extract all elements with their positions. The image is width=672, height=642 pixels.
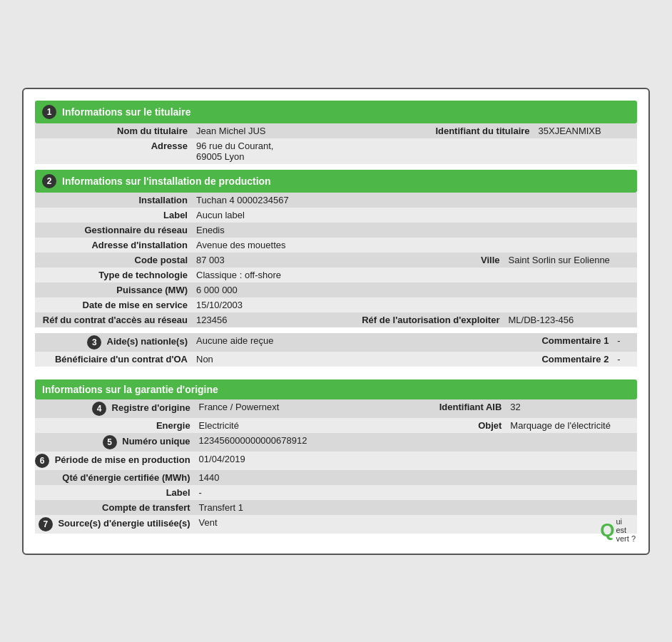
value-beneficiaire: Non	[192, 352, 456, 367]
label-ref-contrat: Réf du contrat d'accès au réseau	[35, 312, 192, 327]
label-numero-unique-text: Numéro unique	[122, 436, 190, 447]
section-garantie-header: Informations sur la garantie d'origine	[35, 379, 637, 399]
table-row: Qté d'énergie certifiée (MWh) 1440	[35, 470, 637, 485]
logo-line3: vert ?	[616, 534, 636, 543]
label-adresse: Adresse	[35, 138, 192, 164]
table-row: Compte de transfert Transfert 1	[35, 500, 637, 515]
logo-area: Q ui est vert ?	[600, 517, 636, 543]
label-adresse-install: Adresse d'installation	[35, 238, 192, 253]
value-identifiant-titulaire: 35XJEANMIXB	[534, 123, 637, 138]
label-code-postal: Code postal	[35, 253, 192, 268]
bullet-7: 7	[39, 517, 53, 531]
label-label: Label	[35, 208, 192, 223]
label-type-technologie: Type de technologie	[35, 268, 192, 282]
value-puissance: 6 000 000	[192, 282, 347, 297]
label-energie: Energie	[35, 418, 195, 433]
section-installation-title: Informations sur l'installation de produ…	[62, 175, 271, 187]
value-label2: -	[195, 485, 350, 500]
titulaire-table: Nom du titulaire Jean Michel JUS Identif…	[35, 123, 637, 164]
label-periode: 6 Période de mise en production	[35, 452, 195, 470]
table-row: Gestionnaire du réseau Enedis	[35, 223, 637, 238]
value-date-mise-service: 15/10/2003	[192, 297, 347, 312]
label-commentaire2: Commentaire 2	[456, 352, 613, 367]
value-label: Aucun label	[192, 208, 347, 223]
label-beneficiaire: Bénéficiaire d'un contrat d'OA	[35, 352, 192, 367]
label-label2: Label	[35, 485, 195, 500]
table-row: Energie Electricité Objet Marquage de l'…	[35, 418, 637, 433]
value-gestionnaire: Enedis	[192, 223, 347, 238]
section-installation-header: 2 Informations sur l'installation de pro…	[35, 170, 637, 193]
value-adresse-install: Avenue des mouettes	[192, 238, 347, 253]
garantie-table: 4 Registre d'origine France / Powernext …	[35, 399, 637, 534]
value-code-postal: 87 003	[192, 253, 347, 268]
table-row: 4 Registre d'origine France / Powernext …	[35, 399, 637, 418]
label-objet: Objet	[349, 418, 506, 433]
installation-table: Installation Tuchan 4 0000234567 Label A…	[35, 193, 637, 327]
label-date-mise-service: Date de mise en service	[35, 297, 192, 312]
label-ville: Ville	[347, 253, 504, 268]
value-type-technologie: Classique : off-shore	[192, 268, 347, 282]
label-registre-text: Registre d'origine	[112, 402, 190, 413]
value-source-energie: Vent	[195, 515, 350, 534]
label-aides-text: Aide(s) nationle(s)	[107, 336, 188, 347]
value-ref-autorisation: ML/DB-123-456	[504, 312, 637, 327]
value-commentaire2: -	[613, 352, 637, 367]
section-garantie: Informations sur la garantie d'origine 4…	[35, 379, 637, 534]
value-energie: Electricité	[195, 418, 350, 433]
value-registre: France / Powernext	[195, 399, 350, 418]
label-identifiant-aib: Identifiant AIB	[349, 399, 506, 418]
label-aides: 3 Aide(s) nationle(s)	[35, 333, 192, 352]
section-titulaire: 1 Informations sur le titulaire Nom du t…	[35, 101, 637, 164]
value-installation: Tuchan 4 0000234567	[192, 193, 347, 208]
value-aides: Aucune aide reçue	[192, 333, 456, 352]
logo-line2: est	[616, 526, 636, 534]
value-numero-unique: 123456000000000678912	[195, 433, 350, 452]
value-qte: 1440	[195, 470, 350, 485]
bullet-1: 1	[42, 105, 56, 119]
label-nom-titulaire: Nom du titulaire	[35, 123, 192, 138]
bullet-3: 3	[87, 335, 101, 350]
value-periode: 01/04/2019	[195, 452, 350, 470]
bullet-6: 6	[35, 454, 49, 468]
value-commentaire1: -	[613, 333, 637, 352]
label-gestionnaire: Gestionnaire du réseau	[35, 223, 192, 238]
label-identifiant-titulaire: Identifiant du titulaire	[377, 123, 534, 138]
label-installation: Installation	[35, 193, 192, 208]
table-row: Type de technologie Classique : off-shor…	[35, 268, 637, 282]
main-page: 1 Informations sur le titulaire Nom du t…	[22, 88, 650, 555]
value-objet: Marquage de l'électricité	[506, 418, 637, 433]
table-row: Date de mise en service 15/10/2003	[35, 297, 637, 312]
table-row: Bénéficiaire d'un contrat d'OA Non Comme…	[35, 352, 637, 367]
aides-table: 3 Aide(s) nationle(s) Aucune aide reçue …	[35, 333, 637, 367]
label-empty-1	[377, 138, 534, 164]
value-adresse: 96 rue du Courant, 69005 Lyon	[192, 138, 377, 164]
section-garantie-title: Informations sur la garantie d'origine	[42, 384, 218, 395]
logo-q: Q	[600, 519, 614, 541]
table-row: Adresse d'installation Avenue des mouett…	[35, 238, 637, 253]
logo-line1: ui	[616, 517, 636, 526]
section-titulaire-header: 1 Informations sur le titulaire	[35, 101, 637, 123]
table-row: Réf du contrat d'accès au réseau 123456 …	[35, 312, 637, 327]
logo-text: ui est vert ?	[616, 517, 636, 543]
value-compte-transfert: Transfert 1	[195, 500, 350, 515]
value-empty-1	[534, 138, 637, 164]
table-row: 7 Source(s) d'énergie utilisée(s) Vent	[35, 515, 637, 534]
label-puissance: Puissance (MW)	[35, 282, 192, 297]
value-nom-titulaire: Jean Michel JUS	[192, 123, 377, 138]
label-numero-unique: 5 Numéro unique	[35, 433, 195, 452]
value-ref-contrat: 123456	[192, 312, 347, 327]
label-compte-transfert: Compte de transfert	[35, 500, 195, 515]
value-ville: Saint Sorlin sur Eolienne	[504, 253, 637, 268]
table-row: Puissance (MW) 6 000 000	[35, 282, 637, 297]
section-titulaire-title: Informations sur le titulaire	[62, 106, 190, 118]
label-ref-autorisation: Réf de l'autorisation d'exploiter	[347, 312, 504, 327]
table-row: Installation Tuchan 4 0000234567	[35, 193, 637, 208]
table-row: 6 Période de mise en production 01/04/20…	[35, 452, 637, 470]
table-row: Nom du titulaire Jean Michel JUS Identif…	[35, 123, 637, 138]
label-commentaire1: Commentaire 1	[456, 333, 613, 352]
label-registre: 4 Registre d'origine	[35, 399, 195, 418]
value-identifiant-aib: 32	[506, 399, 637, 418]
section-installation: 2 Informations sur l'installation de pro…	[35, 170, 637, 327]
label-periode-text: Période de mise en production	[55, 454, 190, 465]
section-aides: 3 Aide(s) nationle(s) Aucune aide reçue …	[35, 333, 637, 367]
